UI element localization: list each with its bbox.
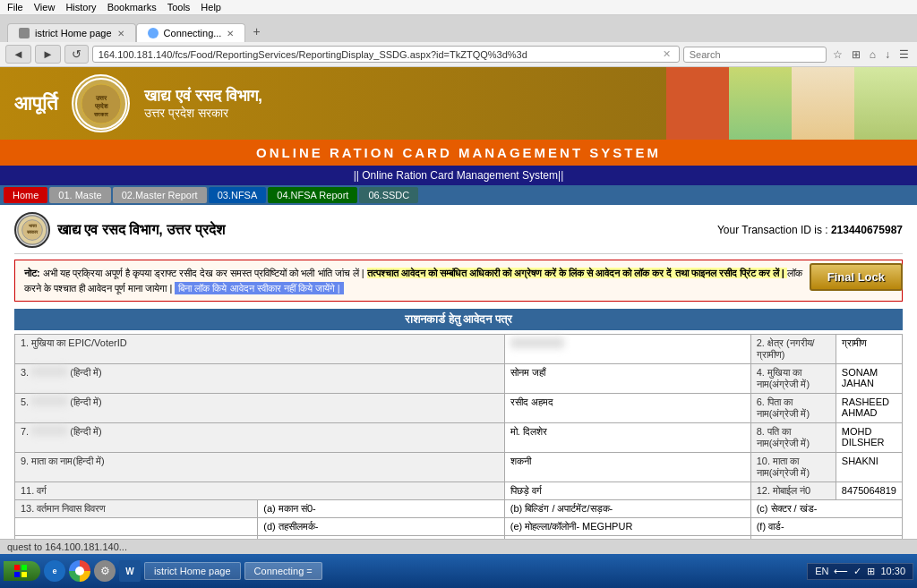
table-row: 7. (हिन्दी में) मो. दिलशेर 8. पति का नाम… [15, 423, 903, 453]
bookmark-icon[interactable]: ⊞ [849, 47, 863, 63]
url-clear-button[interactable]: ✕ [660, 48, 673, 60]
father-hindi-value: रसीद अहमद [504, 394, 750, 423]
bookmark-star-icon[interactable]: ☆ [830, 47, 845, 63]
svg-rect-12 [21, 572, 27, 577]
name-hindi-label: 3. (हिन्दी में) [15, 364, 505, 394]
form-table: 1. मुखिया का EPIC/VoterID 2. क्षेत्र (नग… [14, 334, 903, 539]
header-right-image [666, 67, 917, 140]
tray-icon-3[interactable]: ⊞ [867, 566, 875, 577]
name-eng-value: SONAM JAHAN [836, 364, 902, 394]
menu-bar: File View History Bookmarks Tools Help [0, 0, 917, 15]
taskbar-district-item[interactable]: istrict Home page [144, 562, 241, 580]
father-hindi-label: 5. (हिन्दी में) [15, 394, 505, 423]
svg-text:सरकार: सरकार [26, 230, 39, 234]
tab-bar: istrict Home page ✕ Connecting... ✕ + [0, 15, 917, 42]
taskbar-settings-icon[interactable]: ⚙ [94, 560, 116, 582]
nav-nfsa-report[interactable]: 04.NFSA Report [268, 187, 357, 203]
table-row: 11. वर्ग पिछड़े वर्ग 12. मोबाईल नं0 8475… [15, 482, 903, 500]
header-banner: आपूर्ति उत्तर प्रदेश सरकार खाद्य एवं रसद… [0, 67, 917, 140]
status-text: quest to 164.100.181.140... [7, 541, 127, 552]
tab-label-district: istrict Home page [35, 28, 112, 38]
svg-text:भारत: भारत [29, 224, 38, 228]
category-label: 11. वर्ग [15, 482, 505, 500]
tray-language: EN [815, 566, 828, 576]
notice-text-blue: बिना लॉक किये आवेदन स्वीकार नहीं किये जा… [175, 282, 343, 294]
tab-connecting[interactable]: Connecting... ✕ [136, 23, 246, 42]
building-name: (b) बिल्डिंग / अपार्टमेंट/सड़क- [504, 500, 750, 518]
nav-bar: ◄ ► ↺ 164.100.181.140/fcs/Food/Reporting… [0, 42, 917, 67]
browser-window: File View History Bookmarks Tools Help i… [0, 0, 917, 588]
menu-bookmarks[interactable]: Bookmarks [107, 2, 157, 13]
table-row: 3. (हिन्दी में) सोनम जहाँ 4. मुखिया का न… [15, 364, 903, 394]
table-row: 13. वर्तमान निवास विवरण (a) मकान सं0- (b… [15, 500, 903, 518]
taskbar-connecting-item[interactable]: Connecting = [244, 562, 322, 580]
taskbar-ie-icon[interactable]: e [44, 560, 65, 582]
nav-nfsa[interactable]: 03.NFSA [209, 187, 267, 203]
url-bar[interactable]: 164.100.181.140/fcs/Food/ReportingServic… [92, 46, 680, 63]
table-row: 1. मुखिया का EPIC/VoterID 2. क्षेत्र (नग… [15, 335, 903, 364]
name-hindi-value: सोनम जहाँ [504, 364, 750, 394]
tehsilmark: (d) तहसीलमर्क- [258, 518, 505, 536]
notice-label: नोट: [24, 268, 40, 278]
epic-label: 1. मुखिया का EPIC/VoterID [15, 335, 505, 364]
tab-district-home[interactable]: istrict Home page ✕ [7, 23, 136, 42]
tab-close-district[interactable]: ✕ [117, 29, 124, 38]
header-dept-title: खाद्य एवं रसद विभाग, [144, 87, 262, 106]
system-title-bar: ONLINE RATION CARD MANAGEMENT SYSTEM [0, 140, 917, 166]
mobile-label: 12. मोबाईल नं0 [750, 482, 836, 500]
home-icon[interactable]: ⌂ [867, 47, 878, 63]
header-emblem: उत्तर प्रदेश सरकार [72, 74, 130, 132]
mother-eng-value: SHAKNI [836, 453, 902, 482]
menu-tools[interactable]: Tools [167, 2, 191, 13]
tab-close-connecting[interactable]: ✕ [227, 29, 234, 38]
svg-text:उत्तर: उत्तर [95, 95, 107, 101]
forward-button[interactable]: ► [35, 45, 61, 64]
menu-history[interactable]: History [65, 2, 96, 13]
sector-name: (c) सेक्टर / खंड- [750, 500, 902, 518]
menu-view[interactable]: View [34, 2, 56, 13]
mother-eng-label: 10. माता का नाम(अंग्रेजी में) [750, 453, 836, 482]
content-header: भारत सरकार खाद्य एव रसद विभाग, उत्तर प्र… [14, 212, 903, 254]
tray-icon-1[interactable]: ⟵ [834, 566, 848, 577]
tab-label-connecting: Connecting... [164, 28, 222, 38]
menu-icon[interactable]: ☰ [896, 47, 912, 63]
table-row: 9. माता का नाम(हिन्दी में) शकनी 10. माता… [15, 453, 903, 482]
tray-icon-2[interactable]: ✓ [853, 566, 861, 577]
search-input[interactable] [683, 47, 827, 63]
husband-eng-label: 8. पति का नाम(अंग्रेजी में) [750, 423, 836, 453]
page-title: खाद्य एव रसद विभाग, उत्तर प्रदेश [57, 222, 225, 238]
download-icon[interactable]: ↓ [882, 47, 893, 63]
main-content: भारत सरकार खाद्य एव रसद विभाग, उत्तर प्र… [0, 205, 917, 539]
nav-menu: Home 01. Maste 02.Master Report 03.NFSA … [0, 185, 917, 205]
mother-hindi-label: 9. माता का नाम(हिन्दी में) [15, 453, 505, 482]
new-tab-button[interactable]: + [245, 21, 267, 42]
svg-text:प्रदेश: प्रदेश [93, 102, 107, 110]
husband-hindi-value: मो. दिलशेर [504, 423, 750, 453]
menu-file[interactable]: File [7, 2, 23, 13]
ward: (f) वार्ड- [750, 518, 902, 536]
taskbar-chrome-icon[interactable] [69, 560, 90, 582]
nav-ssdc[interactable]: 06.SSDC [359, 187, 418, 203]
transaction-label: Your Transaction ID is : [717, 224, 828, 236]
menu-help[interactable]: Help [201, 2, 221, 13]
notice-box: नोट: अभी यह प्रक्रिया अपूर्ण है कृपया ड्… [14, 260, 903, 302]
header-center: खाद्य एवं रसद विभाग, उत्तर प्रदेश सरकार [144, 87, 262, 121]
header-dept-subtitle: उत्तर प्रदेश सरकार [144, 106, 262, 121]
page-content: आपूर्ति उत्तर प्रदेश सरकार खाद्य एवं रसद… [0, 67, 917, 539]
form-section-title: राशनकार्ड हेतु आवेदन पत्र [14, 309, 903, 330]
final-lock-button[interactable]: Final Lock [810, 263, 903, 291]
taskbar-word-icon[interactable]: W [119, 560, 141, 582]
mother-hindi-value: शकनी [504, 453, 750, 482]
start-button[interactable] [4, 561, 40, 582]
nav-master-report[interactable]: 02.Master Report [113, 187, 207, 203]
nav-home[interactable]: Home [4, 187, 47, 203]
nav-subtitle: || Online Ration Card Management System|… [0, 166, 917, 185]
table-row: (d) तहसीलमर्क- (e) मोहल्ला/कॉलोनी- MEGHP… [15, 518, 903, 536]
husband-hindi-label: 7. (हिन्दी में) [15, 423, 505, 453]
address-label: 13. वर्तमान निवास विवरण [15, 500, 258, 518]
father-eng-label: 6. पिता का नाम(अंग्रेजी में) [750, 394, 836, 423]
back-button[interactable]: ◄ [5, 45, 31, 64]
refresh-button[interactable]: ↺ [64, 45, 89, 64]
dept-emblem-small: भारत सरकार [14, 212, 50, 248]
nav-master[interactable]: 01. Maste [49, 187, 110, 203]
